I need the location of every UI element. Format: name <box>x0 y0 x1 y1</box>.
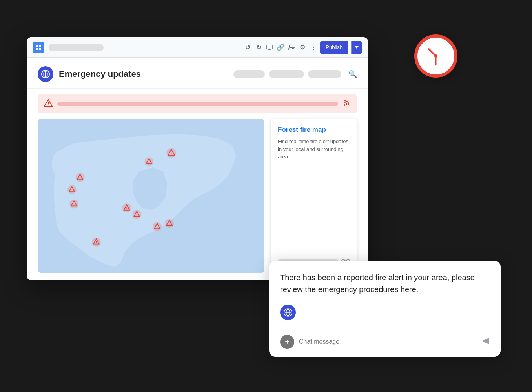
svg-text:!: ! <box>169 222 169 225</box>
svg-rect-3 <box>39 48 41 50</box>
svg-text:!: ! <box>71 188 72 192</box>
alert-bar <box>57 102 338 106</box>
page-header: Emergency updates 🔍 <box>27 58 368 89</box>
publish-button[interactable]: Publish <box>320 41 348 54</box>
alert-triangle-icon: ! <box>44 99 53 109</box>
add-user-icon[interactable] <box>288 44 295 51</box>
search-icon[interactable]: 🔍 <box>348 70 357 78</box>
chat-message-text: There has been a reported fire alert in … <box>280 272 490 295</box>
browser-toolbar: ↺ ↻ 🔗 ⚙ ⋮ Publish <box>27 37 368 58</box>
chat-send-button[interactable] <box>481 337 490 347</box>
svg-rect-0 <box>36 45 38 47</box>
nav-pill-1[interactable] <box>233 70 265 78</box>
more-icon[interactable]: ⋮ <box>310 44 317 51</box>
chat-window: There has been a reported fire alert in … <box>269 261 501 357</box>
fire-card-description: Find real-time fire alert updates in you… <box>278 138 350 161</box>
page-title-bar <box>49 44 104 51</box>
alert-banner: ! <box>38 94 357 113</box>
svg-text:!: ! <box>80 176 80 180</box>
link-icon[interactable]: 🔗 <box>277 44 284 51</box>
app-logo <box>33 42 44 53</box>
svg-text:!: ! <box>126 207 127 210</box>
toolbar-icons: ↺ ↻ 🔗 ⚙ ⋮ <box>244 44 317 51</box>
map-container: ! ! ! <box>38 119 264 273</box>
clock-overlay <box>414 34 457 78</box>
svg-marker-58 <box>482 338 489 344</box>
chat-input-row: + <box>280 335 490 349</box>
svg-text:!: ! <box>48 102 49 106</box>
fire-card: Forest fire map Find real-time fire aler… <box>271 119 357 273</box>
svg-point-53 <box>434 54 437 58</box>
svg-point-16 <box>344 104 345 106</box>
chat-avatar-row <box>280 305 490 320</box>
desktop-icon[interactable] <box>266 44 273 51</box>
svg-text:!: ! <box>149 160 149 164</box>
svg-text:!: ! <box>96 241 97 244</box>
page-logo-icon <box>38 66 53 82</box>
chat-message-input[interactable] <box>299 338 476 345</box>
fire-card-title: Forest fire map <box>278 126 350 134</box>
rss-icon <box>343 99 351 109</box>
publish-dropdown-button[interactable] <box>351 41 362 54</box>
nav-pill-2[interactable] <box>269 70 304 78</box>
svg-text:!: ! <box>137 213 137 216</box>
settings-icon[interactable]: ⚙ <box>299 44 306 51</box>
chat-add-button[interactable]: + <box>280 335 294 349</box>
svg-text:!: ! <box>157 225 157 229</box>
nav-pill-3[interactable] <box>308 70 341 78</box>
chat-avatar <box>280 305 296 320</box>
svg-rect-2 <box>36 48 38 50</box>
svg-rect-4 <box>266 45 273 49</box>
svg-rect-1 <box>39 45 41 47</box>
page-body: ! ! ! <box>27 119 368 280</box>
svg-text:!: ! <box>171 151 172 155</box>
page-title: Emergency updates <box>59 69 141 79</box>
page-content: Emergency updates 🔍 ! <box>27 58 368 280</box>
browser-window: ↺ ↻ 🔗 ⚙ ⋮ Publish <box>27 37 368 280</box>
chat-divider <box>280 328 490 328</box>
redo-icon[interactable]: ↻ <box>255 44 262 51</box>
svg-text:!: ! <box>73 202 74 206</box>
header-nav: 🔍 <box>233 70 357 78</box>
undo-icon[interactable]: ↺ <box>244 44 251 51</box>
